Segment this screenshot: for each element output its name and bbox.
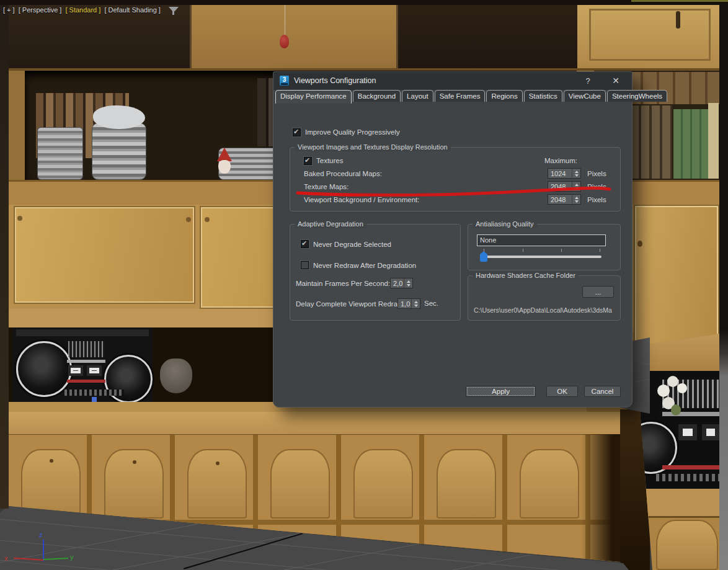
hanging-ornament <box>280 35 289 48</box>
dialog-title-bar[interactable]: 3 Viewports Configuration ? ✕ <box>273 72 632 90</box>
tab-steeringwheels[interactable]: SteeringWheels <box>607 90 667 102</box>
hanging-string <box>285 5 285 36</box>
tab-safe-frames[interactable]: Safe Frames <box>435 90 486 102</box>
lower-top-board <box>9 412 625 436</box>
browse-button[interactable]: ... <box>582 286 614 298</box>
tab-layout[interactable]: Layout <box>402 90 433 102</box>
apply-button[interactable]: Apply <box>466 386 536 397</box>
axis-x-line <box>14 558 43 561</box>
cache-folder-group: Hardware Shaders Cache Folder ... C:\Use… <box>468 275 621 321</box>
tab-statistics[interactable]: Statistics <box>524 90 562 102</box>
slider-tick <box>600 249 600 252</box>
axis-y-label: y <box>70 553 74 561</box>
antialiasing-slider-track[interactable] <box>482 256 601 258</box>
cancel-button[interactable]: Cancel <box>584 386 621 397</box>
improve-quality-label: Improve Quality Progressively <box>305 128 400 136</box>
boombox-silver-strip <box>67 360 105 363</box>
spinner-value[interactable]: 1024 <box>548 169 572 178</box>
books-right-green <box>673 109 708 179</box>
maintain-fps-spinner[interactable]: 2,0 <box>390 278 413 288</box>
right-boombox-vents <box>656 474 719 481</box>
delay-redraw-label: Delay Complete Viewport Redraw: <box>296 300 405 308</box>
spinner-arrows[interactable] <box>572 169 580 178</box>
flowers-white-2 <box>667 376 678 387</box>
maintain-fps-label: Maintain Frames Per Second: <box>296 280 390 287</box>
cache-folder-path: C:\Users\user0\AppData\Local\Autodesk\3d… <box>474 306 618 314</box>
tab-display-performance[interactable]: Display Performance <box>275 90 352 104</box>
door-handle-4 <box>637 241 642 247</box>
baked-procedural-maps-label: Baked Procedural Maps: <box>304 170 382 177</box>
viewport-menu-shading[interactable]: [ Default Shading ] <box>104 6 161 14</box>
ok-button[interactable]: OK <box>546 386 578 397</box>
boombox-eq <box>68 341 104 357</box>
never-redraw-checkbox[interactable] <box>301 261 309 269</box>
delay-redraw-spinner[interactable]: 1,0 <box>397 298 420 309</box>
book-beige-tall <box>708 103 719 179</box>
per-view-preset-funnel-icon[interactable] <box>168 6 179 16</box>
spinner-value[interactable]: 2,0 <box>391 278 404 288</box>
lower-door-panel-5 <box>353 449 413 519</box>
spinner-arrows[interactable] <box>411 299 420 308</box>
help-button[interactable]: ? <box>582 76 593 87</box>
right-cassette-1 <box>678 424 697 440</box>
door-handle-1 <box>17 216 22 221</box>
lower-knob-3 <box>216 461 220 465</box>
cassette-window-2 <box>87 365 102 376</box>
door-far-right <box>634 205 719 347</box>
close-button[interactable]: ✕ <box>610 76 621 87</box>
baked-procedural-maps-spinner[interactable]: 1024 <box>548 168 581 179</box>
lower-door-panel-2 <box>104 449 164 519</box>
glass-bowl <box>160 358 192 393</box>
upper-door-handle <box>676 11 680 29</box>
pixels-unit: Pixels <box>587 170 606 177</box>
viewport-menu-render-preset[interactable]: [ Standard ] <box>65 6 100 14</box>
resolution-group: Viewport Images and Textures Display Res… <box>290 147 621 212</box>
right-lower-door <box>656 520 718 570</box>
axis-z-label: z <box>39 531 43 538</box>
cache-group-title: Hardware Shaders Cache Folder <box>473 272 579 280</box>
grid-line <box>0 558 660 570</box>
axis-z-line <box>43 540 44 561</box>
sec-unit: Sec. <box>424 300 438 307</box>
tab-regions[interactable]: Regions <box>486 90 522 102</box>
dialog-title: Viewports Configuration <box>294 76 376 85</box>
3dsmax-app-icon: 3 <box>280 76 289 86</box>
cassette-window-1 <box>68 365 83 376</box>
viewport-menu-general[interactable]: [ + ] <box>3 6 15 14</box>
spinner-arrows[interactable] <box>404 278 412 288</box>
improve-quality-checkbox[interactable] <box>293 128 301 136</box>
boombox-vents <box>64 390 124 396</box>
never-degrade-checkbox[interactable] <box>301 240 309 248</box>
lower-door-panel-3 <box>187 449 247 519</box>
antialiasing-quality-field[interactable]: None <box>477 234 606 246</box>
upper-cabinet-dark-right <box>396 5 579 69</box>
annotation-underline <box>294 182 614 200</box>
never-redraw-label: Never Redraw After Degradation <box>313 262 416 269</box>
canister-stack-2 <box>92 123 146 180</box>
paper-crumple-1 <box>93 105 145 129</box>
upper-cabinet-mid <box>192 5 396 69</box>
flowers-green <box>671 404 681 416</box>
flowers-white-3 <box>677 383 687 393</box>
antialiasing-slider-handle[interactable] <box>480 251 487 262</box>
right-boombox-silver <box>662 412 719 416</box>
upper-door-frame <box>589 9 711 61</box>
textures-checkbox[interactable] <box>304 157 312 165</box>
right-cassette-2 <box>702 424 719 440</box>
viewport-left-edge <box>0 5 9 509</box>
antialiasing-group: Antialiasing Quality None <box>468 224 621 270</box>
tab-background[interactable]: Background <box>353 90 401 102</box>
lower-door-panel-4 <box>270 449 330 519</box>
application-window: x y z [ + ] [ Perspective ] [ Standard ]… <box>0 0 728 570</box>
gnome-figurine-beard <box>218 160 231 174</box>
viewport-menu-pov[interactable]: [ Perspective ] <box>19 6 62 14</box>
viewport-right-edge <box>719 0 728 570</box>
home-grid-dark-line <box>184 533 303 569</box>
viewports-configuration-dialog: 3 Viewports Configuration ? ✕ Display Pe… <box>273 71 633 407</box>
tab-viewcube[interactable]: ViewCube <box>564 90 606 102</box>
spinner-value[interactable]: 1,0 <box>398 299 411 308</box>
right-boombox-red-stripe <box>662 465 719 470</box>
maximum-label: Maximum: <box>544 157 577 164</box>
adaptive-group-title: Adaptive Degradation <box>295 220 366 228</box>
viewport-top-highlight <box>631 0 728 2</box>
